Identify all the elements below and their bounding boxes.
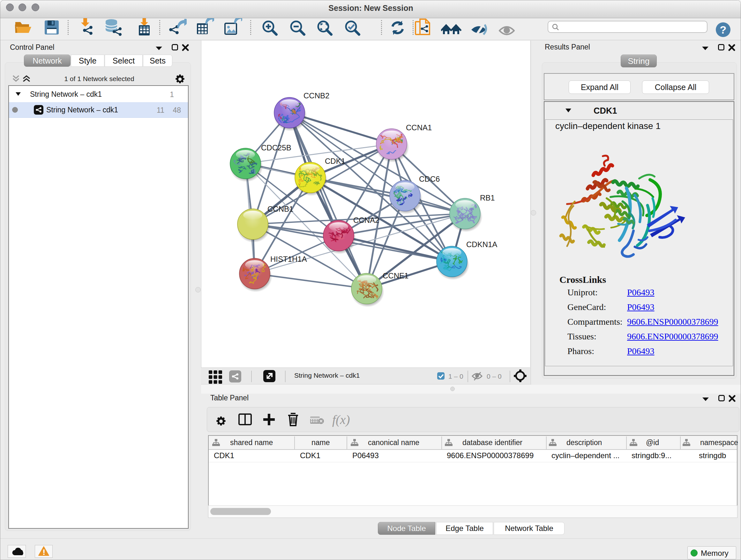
- svg-text:HIST1H1A: HIST1H1A: [270, 255, 307, 263]
- svg-text:CDK1: CDK1: [325, 157, 345, 165]
- svg-text:CCNB2: CCNB2: [304, 91, 329, 100]
- svg-text:CDC6: CDC6: [419, 175, 440, 183]
- svg-text:CCNE1: CCNE1: [383, 271, 408, 280]
- svg-text:CDKN1A: CDKN1A: [466, 240, 497, 249]
- svg-text:CCNA1: CCNA1: [406, 123, 432, 132]
- svg-text:CDC25B: CDC25B: [261, 143, 291, 152]
- svg-text:CCNB1: CCNB1: [267, 205, 293, 213]
- svg-text:RB1: RB1: [480, 193, 495, 202]
- svg-text:CCNA2: CCNA2: [353, 216, 379, 225]
